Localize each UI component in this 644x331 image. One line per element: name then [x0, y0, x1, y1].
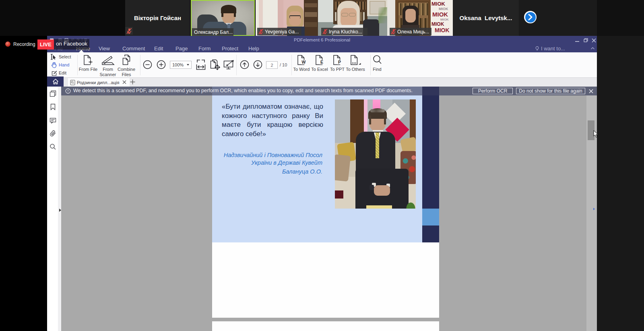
svg-text:P: P: [338, 60, 341, 64]
svg-text:W: W: [302, 60, 306, 64]
svg-text:E: E: [320, 60, 323, 64]
